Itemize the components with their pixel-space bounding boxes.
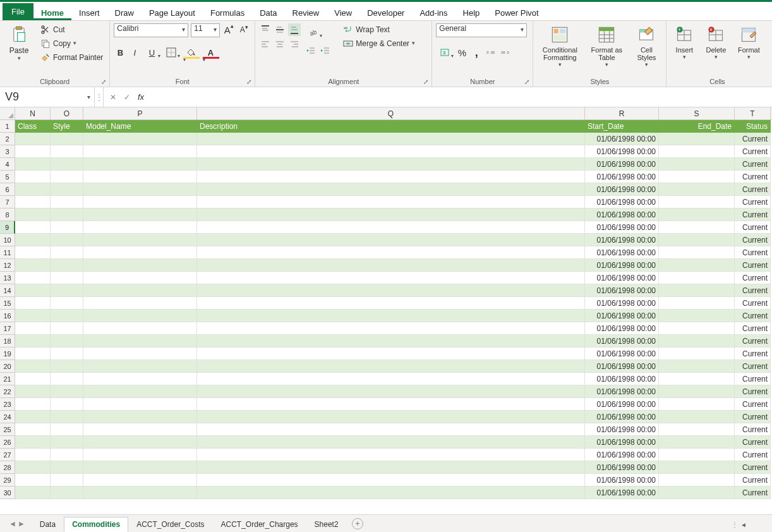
enter-formula-icon[interactable]: ✓ bbox=[124, 93, 130, 102]
row-header[interactable]: 6 bbox=[0, 183, 15, 196]
increase-decimal-button[interactable]: .0.00 bbox=[485, 46, 497, 59]
table-cell[interactable] bbox=[83, 322, 197, 335]
table-header-cell[interactable]: Model_Name bbox=[83, 120, 197, 133]
format-painter-button[interactable]: Format Painter bbox=[38, 51, 106, 64]
sheet-tab[interactable]: Commodities bbox=[64, 517, 128, 533]
name-box[interactable]: V9 ▾ bbox=[0, 87, 95, 107]
table-cell[interactable] bbox=[15, 322, 51, 335]
table-cell[interactable] bbox=[83, 449, 197, 461]
table-cell[interactable]: Current bbox=[735, 474, 771, 487]
font-name-select[interactable]: Calibri bbox=[114, 23, 188, 37]
table-cell[interactable] bbox=[659, 133, 735, 145]
table-cell[interactable] bbox=[15, 158, 51, 171]
row-header[interactable]: 13 bbox=[0, 272, 15, 284]
table-cell[interactable] bbox=[83, 209, 197, 221]
table-cell[interactable] bbox=[15, 474, 51, 487]
table-cell[interactable] bbox=[659, 423, 735, 436]
table-cell[interactable] bbox=[197, 373, 585, 385]
table-cell[interactable]: Current bbox=[735, 360, 771, 373]
align-center-button[interactable] bbox=[274, 38, 286, 51]
column-header-R[interactable]: R bbox=[585, 107, 659, 119]
row-header[interactable]: 20 bbox=[0, 360, 15, 373]
sheet-tab[interactable]: ACCT_Order_Charges bbox=[213, 517, 306, 533]
menu-formulas[interactable]: Formulas bbox=[203, 4, 252, 20]
table-cell[interactable]: Current bbox=[735, 449, 771, 461]
table-cell[interactable] bbox=[659, 272, 735, 284]
menu-insert[interactable]: Insert bbox=[71, 4, 107, 20]
accounting-format-button[interactable]: $ bbox=[436, 46, 454, 59]
percent-button[interactable]: % bbox=[455, 46, 468, 59]
table-cell[interactable]: Current bbox=[735, 398, 771, 411]
table-cell[interactable] bbox=[15, 171, 51, 183]
table-header-cell[interactable]: Description bbox=[197, 120, 585, 133]
table-cell[interactable]: Current bbox=[735, 436, 771, 449]
row-header[interactable]: 3 bbox=[0, 145, 15, 158]
table-cell[interactable] bbox=[197, 335, 585, 348]
sheet-tab[interactable]: Data bbox=[32, 517, 64, 533]
worksheet-grid[interactable]: NOPQRST 1ClassStyleModel_NameDescription… bbox=[0, 107, 772, 514]
row-header[interactable]: 7 bbox=[0, 196, 15, 209]
table-cell[interactable] bbox=[15, 209, 51, 221]
table-cell[interactable] bbox=[51, 436, 83, 449]
table-cell[interactable]: 01/06/1998 00:00 bbox=[585, 171, 659, 183]
borders-button[interactable] bbox=[162, 46, 180, 59]
table-cell[interactable] bbox=[197, 297, 585, 310]
table-cell[interactable] bbox=[51, 171, 83, 183]
table-cell[interactable] bbox=[659, 487, 735, 499]
table-cell[interactable]: Current bbox=[735, 373, 771, 385]
table-cell[interactable]: Current bbox=[735, 411, 771, 423]
table-cell[interactable] bbox=[659, 310, 735, 322]
table-cell[interactable] bbox=[83, 297, 197, 310]
row-header[interactable]: 1 bbox=[0, 120, 15, 133]
row-header[interactable]: 19 bbox=[0, 348, 15, 360]
font-color-button[interactable]: A bbox=[202, 46, 219, 59]
table-cell[interactable] bbox=[15, 145, 51, 158]
table-cell[interactable] bbox=[15, 373, 51, 385]
table-cell[interactable] bbox=[659, 183, 735, 196]
table-cell[interactable]: Current bbox=[735, 322, 771, 335]
menu-powerpivot[interactable]: Power Pivot bbox=[487, 4, 546, 20]
row-header[interactable]: 18 bbox=[0, 335, 15, 348]
menu-developer[interactable]: Developer bbox=[359, 4, 412, 20]
table-cell[interactable]: Current bbox=[735, 310, 771, 322]
table-cell[interactable] bbox=[659, 385, 735, 398]
table-cell[interactable] bbox=[659, 398, 735, 411]
table-cell[interactable] bbox=[197, 436, 585, 449]
table-cell[interactable] bbox=[83, 423, 197, 436]
fill-color-button[interactable] bbox=[182, 46, 200, 59]
table-cell[interactable] bbox=[197, 385, 585, 398]
table-cell[interactable]: 01/06/1998 00:00 bbox=[585, 348, 659, 360]
table-cell[interactable] bbox=[51, 183, 83, 196]
table-cell[interactable] bbox=[197, 474, 585, 487]
table-cell[interactable] bbox=[51, 221, 83, 234]
table-cell[interactable] bbox=[51, 297, 83, 310]
sheet-nav-next-icon[interactable]: ► bbox=[18, 519, 25, 528]
comma-button[interactable]: , bbox=[470, 46, 483, 59]
italic-button[interactable]: I bbox=[128, 46, 141, 59]
table-cell[interactable] bbox=[15, 360, 51, 373]
table-cell[interactable] bbox=[197, 234, 585, 246]
table-cell[interactable] bbox=[659, 259, 735, 272]
row-header[interactable]: 12 bbox=[0, 259, 15, 272]
row-header[interactable]: 15 bbox=[0, 297, 15, 310]
format-cells-button[interactable]: Format ▾ bbox=[733, 23, 764, 61]
table-cell[interactable] bbox=[51, 133, 83, 145]
table-cell[interactable] bbox=[659, 461, 735, 474]
table-cell[interactable] bbox=[197, 449, 585, 461]
cell-styles-button[interactable]: Cell Styles ▾ bbox=[630, 23, 662, 69]
row-header[interactable]: 17 bbox=[0, 322, 15, 335]
table-cell[interactable] bbox=[51, 398, 83, 411]
table-cell[interactable] bbox=[197, 487, 585, 499]
menu-review[interactable]: Review bbox=[285, 4, 327, 20]
align-bottom-button[interactable] bbox=[288, 23, 301, 36]
table-cell[interactable] bbox=[659, 335, 735, 348]
table-cell[interactable] bbox=[15, 487, 51, 499]
paste-button[interactable]: Paste ▾ bbox=[4, 23, 34, 63]
name-box-expand-icon[interactable]: ⋮ bbox=[95, 87, 104, 107]
table-cell[interactable] bbox=[83, 246, 197, 259]
row-header[interactable]: 30 bbox=[0, 487, 15, 499]
table-cell[interactable] bbox=[197, 322, 585, 335]
table-cell[interactable] bbox=[51, 487, 83, 499]
row-header[interactable]: 26 bbox=[0, 436, 15, 449]
increase-font-button[interactable]: A▴ bbox=[222, 23, 235, 36]
